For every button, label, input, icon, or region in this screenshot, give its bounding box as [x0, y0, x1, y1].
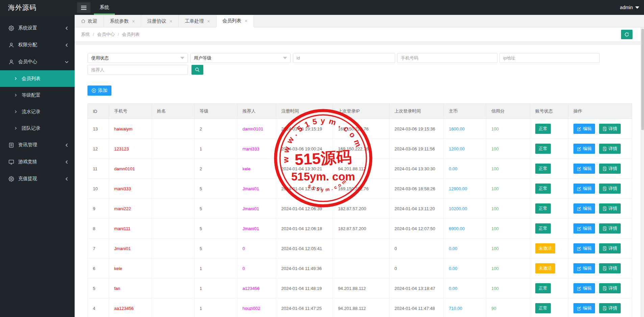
tab-welcome[interactable]: 欢迎: [75, 15, 104, 27]
sidebar-subitem-team-records[interactable]: 团队记录: [0, 120, 75, 137]
sidebar-item-member-center[interactable]: 会员中心: [0, 53, 75, 70]
phone-input[interactable]: [397, 53, 497, 63]
cell-actions: 编辑 详情: [568, 278, 632, 298]
cell-referrer: kele: [237, 159, 276, 179]
cell-reg-time: 2024-01-04 11:49:36: [276, 259, 333, 278]
sidebar-subitem-flow-records[interactable]: 流水记录: [0, 103, 75, 120]
sidebar-item-recharge[interactable]: 充值提现: [0, 170, 75, 187]
close-icon[interactable]: ×: [245, 19, 248, 23]
detail-button-label: 详情: [609, 225, 617, 231]
edit-icon: [577, 167, 581, 171]
sidebar-item-permissions[interactable]: 权限分配: [0, 36, 75, 53]
vertical-scrollbar[interactable]: [641, 27, 644, 317]
edit-button[interactable]: 编辑: [573, 124, 595, 134]
chevron-right-icon: [14, 110, 17, 113]
detail-button[interactable]: 详情: [599, 124, 621, 134]
cell-last-time: 2024-01-04 13:30:30: [389, 159, 444, 179]
edit-icon: [577, 286, 581, 291]
close-icon[interactable]: ×: [207, 19, 210, 24]
edit-button[interactable]: 编辑: [573, 184, 595, 194]
refresh-button[interactable]: [621, 30, 633, 39]
topnav-item-system[interactable]: 系统: [94, 0, 115, 15]
detail-button[interactable]: 详情: [599, 184, 621, 194]
detail-button-label: 详情: [609, 305, 617, 311]
detail-button-label: 详情: [609, 146, 617, 152]
sidebar-subitem-member-list[interactable]: 会员列表: [0, 70, 75, 87]
detail-button[interactable]: 详情: [599, 164, 621, 174]
sidebar-subitem-level-config[interactable]: 等级配置: [0, 87, 75, 103]
edit-button[interactable]: 编辑: [573, 203, 595, 214]
add-button[interactable]: 添加: [87, 86, 111, 96]
edit-button[interactable]: 编辑: [573, 303, 595, 313]
detail-button[interactable]: 详情: [599, 203, 621, 214]
close-icon[interactable]: ×: [132, 19, 135, 24]
cell-coin: 0.00: [444, 259, 486, 278]
cell-coin: 710.00: [444, 298, 486, 317]
edit-button[interactable]: 编辑: [573, 263, 595, 273]
table-row: 9 mani222 5 Jmani01 2024-01-04 12:06:39 …: [88, 199, 632, 219]
cell-level: 2: [195, 119, 237, 139]
edit-icon: [577, 306, 581, 311]
detail-icon: [602, 127, 607, 131]
refresh-icon: [624, 32, 629, 37]
edit-button[interactable]: 编辑: [573, 144, 595, 154]
cell-id: 12: [88, 139, 109, 159]
detail-button[interactable]: 详情: [599, 283, 621, 293]
detail-button-label: 详情: [609, 166, 617, 172]
detail-button[interactable]: 详情: [599, 263, 621, 273]
cell-status: 正常: [530, 159, 568, 179]
cell-actions: 编辑 详情: [568, 219, 632, 239]
cell-level: 5: [195, 179, 237, 199]
cell-id: 4: [88, 298, 109, 317]
hamburger-menu-icon[interactable]: [77, 2, 91, 13]
cell-actions: 编辑 详情: [568, 259, 632, 278]
edit-button[interactable]: 编辑: [573, 223, 595, 234]
cell-phone: 123123: [109, 139, 152, 159]
table-row: 5 fan 1 a123456 2024-01-04 11:48:19 94.2…: [88, 278, 632, 298]
referrer-input[interactable]: [87, 65, 188, 75]
tab-system-params[interactable]: 系统参数 ×: [104, 15, 141, 27]
edit-button[interactable]: 编辑: [573, 243, 595, 253]
search-button[interactable]: [191, 65, 203, 75]
level-select[interactable]: 用户等级: [190, 53, 291, 63]
cell-status: 正常: [530, 179, 568, 199]
status-select[interactable]: 使用状态: [87, 53, 188, 63]
cell-last-time: 2024-01-04 13:11:20: [389, 199, 444, 219]
detail-button[interactable]: 详情: [599, 303, 621, 313]
cell-actions: 编辑 详情: [568, 298, 632, 317]
detail-button[interactable]: 详情: [599, 243, 621, 253]
cell-last-ip: 94.201.88.112: [333, 159, 389, 179]
topbar: 海外源码 系统 admin: [0, 0, 644, 15]
cell-id: 11: [88, 159, 109, 179]
username: admin: [620, 5, 633, 10]
id-input[interactable]: [293, 53, 395, 63]
sidebar-item-system-settings[interactable]: 系统设置: [0, 20, 75, 36]
cell-status: 正常: [530, 139, 568, 159]
plus-circle-icon: [92, 88, 96, 93]
col-last-time: 上次登录时间: [389, 104, 444, 119]
cell-credit: 100: [486, 278, 530, 298]
scrollbar-thumb[interactable]: [641, 29, 644, 130]
tab-work-orders[interactable]: 工单处理 ×: [179, 15, 216, 27]
breadcrumb-member-center: 会员中心: [97, 31, 115, 38]
cell-id: 8: [88, 219, 109, 239]
tab-member-list[interactable]: 会员列表 ×: [216, 15, 254, 27]
cell-name: [152, 159, 195, 179]
cell-status: 正常: [530, 119, 568, 139]
monitor-icon: [8, 159, 14, 165]
cell-referrer: houzi002: [237, 298, 276, 317]
user-menu[interactable]: admin: [620, 0, 639, 15]
edit-button[interactable]: 编辑: [573, 283, 595, 293]
cell-phone: damn0101: [109, 159, 152, 179]
tab-register-agreement[interactable]: 注册协议 ×: [141, 15, 179, 27]
sidebar-item-game[interactable]: 游戏竞猜: [0, 153, 75, 170]
sidebar-item-news[interactable]: 资讯管理: [0, 137, 75, 153]
status-badge: 正常: [535, 303, 551, 313]
detail-button[interactable]: 详情: [599, 144, 621, 154]
edit-icon: [577, 127, 581, 131]
edit-button[interactable]: 编辑: [573, 164, 595, 174]
detail-button[interactable]: 详情: [599, 223, 621, 234]
cell-actions: 编辑 详情: [568, 179, 632, 199]
ip-input[interactable]: [499, 53, 600, 63]
close-icon[interactable]: ×: [170, 19, 172, 24]
